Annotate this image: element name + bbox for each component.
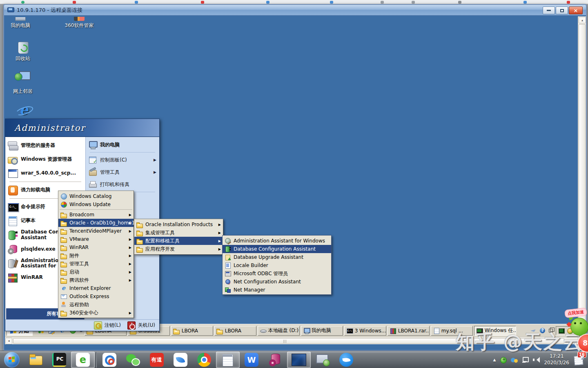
menu-item-accessories[interactable]: 附件 xyxy=(58,251,134,260)
menu-item-configuration-migration-tools[interactable]: 配置和移植工具 xyxy=(134,237,223,245)
task-button-local-disk-d[interactable]: 本地磁盘 (D:) xyxy=(258,326,300,336)
host-app-360-browser[interactable] xyxy=(71,352,95,368)
menu-item-admin-tools[interactable]: 管理工具 xyxy=(58,260,134,268)
menu-item-net-configuration-assistant[interactable]: Net Configuration Assistant xyxy=(223,278,331,286)
menu-item-label: Windows Update xyxy=(69,202,111,207)
network-tray-icon[interactable] xyxy=(522,357,529,363)
outlook-express-icon xyxy=(60,293,67,300)
notes-tray-icon[interactable]: 16 xyxy=(573,355,585,365)
desktop-icon-internet-explorer[interactable]: e xyxy=(8,102,39,118)
host-clock[interactable]: 17:21 2020/3/26 xyxy=(544,353,569,366)
host-app-notepad[interactable] xyxy=(216,352,240,368)
host-app-wechat[interactable] xyxy=(121,352,145,368)
menu-item-integrated-management-tools[interactable]: 集成管理工具 xyxy=(134,229,223,237)
tab-favicon[interactable] xyxy=(381,1,384,4)
close-button[interactable]: × xyxy=(569,7,583,14)
menu-item-tencent-video[interactable]: TencentVideoMPlayer xyxy=(58,227,134,235)
menu-item-startup[interactable]: 启动 xyxy=(58,268,134,276)
360-safety-tray-icon[interactable] xyxy=(500,357,507,363)
scroll-left-button[interactable]: ◂ xyxy=(5,338,12,344)
menu-item-administration-assistant-for-windows[interactable]: Administration Assistant for Windows xyxy=(223,237,331,245)
desktop-icon-360-manager[interactable]: 360软件管家 xyxy=(64,17,95,29)
menu-item-windows-catalog[interactable]: Windows Catalog xyxy=(58,192,134,200)
tab-favicon[interactable] xyxy=(567,1,570,4)
menu-item-database-upgrade-assistant[interactable]: Database Upgrade Assistant xyxy=(223,253,331,261)
shutdown-power-icon xyxy=(127,321,136,330)
host-start-button[interactable] xyxy=(0,352,24,368)
360-software-manager-icon xyxy=(74,17,85,21)
host-app-rdp-session[interactable] xyxy=(287,352,311,368)
tab-favicon[interactable] xyxy=(266,1,270,4)
menu-item-database-configuration-assistant[interactable]: Database Configuration Assistant xyxy=(223,245,331,253)
logoff-button[interactable]: 注销(L) xyxy=(94,321,121,330)
menu-item-windows-update[interactable]: Windows Update xyxy=(58,200,134,209)
menu-item-vmware[interactable]: VMware xyxy=(58,235,134,243)
tab-favicon[interactable] xyxy=(21,1,24,4)
desktop-icon-label: 回收站 xyxy=(16,56,30,61)
tab-favicon[interactable] xyxy=(73,1,76,4)
vertical-scrollbar[interactable]: ▴ ▾ xyxy=(578,16,586,337)
host-app-file-explorer[interactable] xyxy=(24,352,47,368)
host-app-360-zip[interactable] xyxy=(98,352,121,368)
host-app-dingtalk[interactable] xyxy=(334,352,358,368)
tray-expand-chevron-icon[interactable]: ▲ xyxy=(493,358,496,362)
shutdown-button[interactable]: 关机(U) xyxy=(127,321,155,330)
menu-item-label: Administration Assistant for Windows xyxy=(234,238,325,244)
tab-favicon[interactable] xyxy=(412,1,415,4)
task-button-lbora[interactable]: LBORA xyxy=(214,326,256,336)
start-item-my-computer[interactable]: 我的电脑 xyxy=(87,139,158,151)
winrar-icon xyxy=(390,328,396,334)
host-app-plsql-developer[interactable] xyxy=(263,352,287,368)
desktop-icon-network-places[interactable]: 网上邻居 xyxy=(7,70,38,95)
scroll-up-button[interactable]: ▴ xyxy=(579,17,586,23)
all-programs-menu: Windows Catalog Windows Update Broadcom … xyxy=(58,191,134,318)
menu-item-winrar[interactable]: WinRAR xyxy=(58,243,134,251)
host-browser-tabstrip[interactable] xyxy=(0,0,588,4)
task-button-my-computer[interactable]: 我的电脑 xyxy=(301,326,343,336)
menu-item-net-manager[interactable]: Net Manager xyxy=(223,286,331,294)
desktop-icon-my-computer[interactable]: 我的电脑 xyxy=(5,17,36,29)
rdp-titlebar[interactable]: 10.9.1.170 - 远程桌面连接 × xyxy=(4,5,586,16)
menu-item-microsoft-odbc-admin[interactable]: Microsoft ODBC 管理员 xyxy=(223,269,331,278)
start-item-manage-server[interactable]: 管理您的服务器 xyxy=(6,139,85,153)
menu-item-remote-assistance[interactable]: 远程协助 xyxy=(58,301,134,309)
menu-item-oracle-oradb10g-home1[interactable]: Oracle - OraDb10g_home1 xyxy=(58,219,134,227)
tab-favicon[interactable] xyxy=(458,1,461,4)
desktop-icon-recycle-bin[interactable]: 回收站 xyxy=(7,39,38,62)
menu-item-broadcom[interactable]: Broadcom xyxy=(58,211,134,219)
task-button-lbora[interactable]: LBORA xyxy=(171,326,213,336)
menu-item-360-security-center[interactable]: 360安全中心 xyxy=(58,309,134,317)
menu-item-locale-builder[interactable]: Locale Builder xyxy=(223,261,331,269)
tab-favicon[interactable] xyxy=(135,1,138,4)
start-item-wrar-installer[interactable]: wrar_5.40.0.0_scp... xyxy=(6,166,85,180)
vertical-scroll-thumb[interactable] xyxy=(579,24,586,329)
start-item-printers-faxes[interactable]: 打印机和传真 xyxy=(87,178,158,191)
menu-item-outlook-express[interactable]: Outlook Express xyxy=(58,292,134,301)
weather-cloud-tray-icon[interactable] xyxy=(511,357,518,363)
host-app-chrome[interactable] xyxy=(192,352,216,368)
start-item-windows-explorer[interactable]: Windows 资源管理器 xyxy=(6,153,85,166)
start-item-label: 记事本 xyxy=(21,218,36,224)
task-button-lbora1-rar[interactable]: LBORA1.rar... xyxy=(388,326,430,336)
restore-button[interactable] xyxy=(556,7,568,14)
menu-item-application-development[interactable]: 应用程序开发 xyxy=(134,245,223,253)
start-item-admin-tools[interactable]: 管理工具▶ xyxy=(87,166,158,178)
tab-favicon[interactable] xyxy=(330,1,333,4)
menu-item-label: 应用程序开发 xyxy=(145,246,175,253)
host-app-xunlei[interactable] xyxy=(169,352,192,368)
menu-item-internet-explorer[interactable]: Internet Explorer xyxy=(58,284,134,292)
menu-item-oracle-installation-products[interactable]: Oracle Installation Products xyxy=(134,220,223,229)
tab-favicon[interactable] xyxy=(201,1,204,4)
host-app-youdao[interactable]: 有道 xyxy=(145,352,169,368)
volume-tray-icon[interactable] xyxy=(533,357,540,363)
menu-item-tencent-software[interactable]: 腾讯软件 xyxy=(58,276,134,284)
host-app-pycharm[interactable]: PC xyxy=(47,352,71,368)
tab-favicon[interactable] xyxy=(523,1,527,4)
minimize-button[interactable] xyxy=(543,7,555,14)
task-button-windows-group[interactable]: 3 Windows...▼ xyxy=(344,326,386,336)
host-app-wps[interactable]: W xyxy=(240,352,263,368)
360-mascot-icon[interactable] xyxy=(570,318,588,336)
start-item-control-panel[interactable]: 控制面板(C)▶ xyxy=(87,154,158,166)
menu-item-label: TencentVideoMPlayer xyxy=(69,228,122,234)
host-app-remote-desktop[interactable] xyxy=(311,352,334,368)
